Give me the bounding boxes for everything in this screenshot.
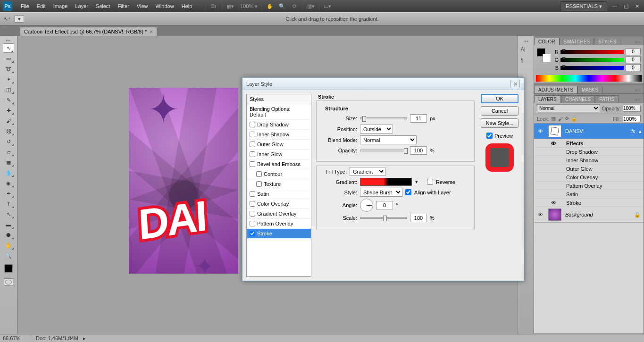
styles-header[interactable]: Styles <box>247 94 311 104</box>
paragraph-panel-icon[interactable]: ¶ <box>521 58 531 66</box>
fill-input[interactable] <box>623 115 641 122</box>
b-slider[interactable] <box>560 66 624 70</box>
tab-styles[interactable]: STYLES <box>594 38 620 45</box>
hand-icon[interactable]: ✋ <box>266 2 274 10</box>
type-tool[interactable]: T <box>3 199 14 209</box>
status-chevron-icon[interactable]: ▸ <box>83 335 86 342</box>
opt-outer-glow[interactable]: Outer Glow <box>247 140 311 150</box>
zoom-tool[interactable]: 🔍 <box>3 251 14 260</box>
menu-file[interactable]: File <box>17 3 33 9</box>
style-select[interactable]: Shape Burst <box>360 188 402 197</box>
rotate-icon[interactable]: ⟳ <box>290 2 299 10</box>
eyedropper-tool[interactable]: ✎ <box>3 95 14 105</box>
blend-mode-select[interactable]: Normal <box>537 104 600 112</box>
menu-help[interactable]: Help <box>178 3 196 9</box>
arrange-icon[interactable]: ▥▾ <box>307 2 315 10</box>
layer-background[interactable]: 👁 Background 🔒 <box>534 207 644 223</box>
toolbox-collapse-icon[interactable]: ▸▸ <box>6 38 11 42</box>
document-tab[interactable]: Cartoon Text Effect.psd @ 66,7% (DANSV!,… <box>20 27 157 36</box>
gradient-preview[interactable] <box>360 178 412 186</box>
position-select[interactable]: Outside <box>360 125 393 133</box>
visibility-icon[interactable]: 👁 <box>548 200 559 206</box>
pen-tool[interactable]: ✒ <box>3 189 14 198</box>
mini-expand-icon[interactable]: ◂◂ <box>524 39 528 43</box>
effect-stroke[interactable]: 👁Stroke <box>534 199 644 207</box>
r-slider[interactable] <box>560 50 624 54</box>
panel-menu-icon[interactable]: ▾≡ <box>632 39 644 45</box>
eraser-tool[interactable]: ▱ <box>3 147 14 157</box>
workspace-switcher[interactable]: ESSENTIALS ▾ <box>560 1 607 11</box>
cancel-button[interactable]: Cancel <box>481 106 519 116</box>
tab-layers[interactable]: LAYERS <box>534 95 561 103</box>
3d-tool[interactable]: ⬢ <box>3 230 14 240</box>
effect-drop-shadow[interactable]: Drop Shadow <box>534 148 644 156</box>
foreground-swatch[interactable] <box>4 264 13 273</box>
lock-position-icon[interactable]: ✥ <box>565 116 569 122</box>
angle-input[interactable] <box>376 201 393 209</box>
blending-options[interactable]: Blending Options: Default <box>247 104 311 120</box>
scale-slider[interactable] <box>360 217 407 219</box>
zoom-dd[interactable]: 100% <box>243 2 251 10</box>
blendmode-select[interactable]: Normal <box>360 135 417 144</box>
opt-bevel[interactable]: Bevel and Emboss <box>247 159 311 169</box>
g-slider[interactable] <box>560 58 624 62</box>
shape-tool[interactable]: ▬ <box>3 220 14 229</box>
tab-adjustments[interactable]: ADJUSTMENTS <box>534 86 577 93</box>
tool-preset[interactable]: ▾ <box>15 15 24 23</box>
opt-color-overlay[interactable]: Color Overlay <box>247 199 311 209</box>
effect-outer-glow[interactable]: Outer Glow <box>534 165 644 173</box>
canvas[interactable]: ✦ ✦ DAI <box>129 88 238 274</box>
effect-color-overlay[interactable]: Color Overlay <box>534 173 644 182</box>
bridge-icon[interactable]: Br <box>209 2 218 10</box>
close-tab-icon[interactable]: × <box>150 29 152 34</box>
align-checkbox[interactable] <box>405 189 411 195</box>
tab-masks[interactable]: MASKS <box>577 86 602 93</box>
history-brush-tool[interactable]: ↺ <box>3 137 14 146</box>
opacity-input[interactable] <box>623 105 641 112</box>
heal-tool[interactable]: ✚ <box>3 106 14 115</box>
r-input[interactable] <box>626 48 641 55</box>
spectrum-bar[interactable] <box>536 75 642 82</box>
brush-tool[interactable]: 🖌 <box>3 116 14 125</box>
visibility-icon[interactable]: 👁 <box>534 212 546 217</box>
ok-button[interactable]: OK <box>481 94 519 103</box>
size-input[interactable] <box>410 114 427 123</box>
menu-edit[interactable]: Edit <box>33 3 50 9</box>
opacity-input[interactable] <box>410 146 427 155</box>
stamp-tool[interactable]: ⛓ <box>3 126 14 136</box>
layer-dansv[interactable]: 👁 DANSV! fx ▴ <box>534 124 644 139</box>
collapse-effects-icon[interactable]: ▴ <box>637 128 644 134</box>
quick-mask-button[interactable] <box>4 278 13 286</box>
reverse-checkbox[interactable] <box>427 179 433 185</box>
menu-layer[interactable]: Layer <box>71 3 92 9</box>
tab-color[interactable]: COLOR <box>534 38 560 45</box>
opt-satin[interactable]: Satin <box>247 189 311 199</box>
opt-texture[interactable]: Texture <box>247 179 311 189</box>
move-tool[interactable]: ↖ <box>3 43 14 53</box>
lasso-tool[interactable]: ➰ <box>3 64 14 74</box>
screen-icon[interactable]: ▭▾ <box>323 2 332 10</box>
g-input[interactable] <box>626 56 641 63</box>
fx-badge[interactable]: fx <box>629 129 637 134</box>
opt-pattern-overlay[interactable]: Pattern Overlay <box>247 219 311 229</box>
lock-all-icon[interactable]: 🔒 <box>571 116 577 122</box>
color-swatches[interactable] <box>537 48 551 62</box>
zoom-icon[interactable]: 🔍 <box>278 2 286 10</box>
lock-transparency-icon[interactable]: ▦ <box>551 116 556 122</box>
size-slider[interactable] <box>360 117 407 119</box>
angle-dial[interactable] <box>360 199 373 212</box>
path-tool[interactable]: ↖ <box>3 209 14 219</box>
crop-tool[interactable]: ◫ <box>3 85 14 94</box>
wand-tool[interactable]: ✶ <box>3 75 14 84</box>
menu-window[interactable]: Window <box>152 3 178 9</box>
minimize-button[interactable]: — <box>610 3 619 9</box>
tab-paths[interactable]: PATHS <box>595 95 619 103</box>
opt-inner-shadow[interactable]: Inner Shadow <box>247 130 311 140</box>
character-panel-icon[interactable]: A| <box>521 46 531 55</box>
effect-inner-shadow[interactable]: Inner Shadow <box>534 156 644 165</box>
menu-select[interactable]: Select <box>92 3 114 9</box>
preview-checkbox[interactable] <box>486 133 493 139</box>
marquee-tool[interactable]: ▭ <box>3 54 14 63</box>
effect-satin[interactable]: Satin <box>534 190 644 199</box>
lock-paint-icon[interactable]: 🖌 <box>558 116 563 122</box>
